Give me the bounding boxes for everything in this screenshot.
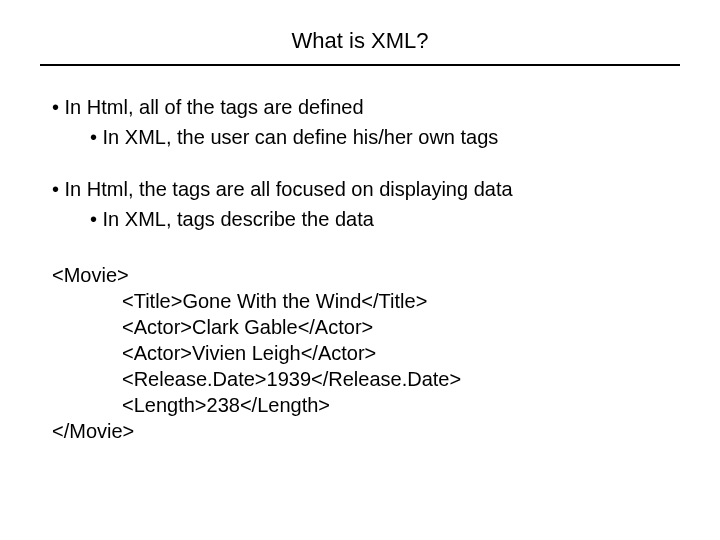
slide: What is XML? • In Html, all of the tags … <box>0 0 720 540</box>
code-line: <Title>Gone With the Wind</Title> <box>52 288 680 314</box>
bullet-level2: • In XML, tags describe the data <box>52 206 680 232</box>
code-line: <Length>238</Length> <box>52 392 680 418</box>
bullet-level2: • In XML, the user can define his/her ow… <box>52 124 680 150</box>
title-divider <box>40 64 680 66</box>
bullet-level1: • In Html, the tags are all focused on d… <box>52 176 680 202</box>
code-line: <Movie> <box>52 262 680 288</box>
spacer <box>52 150 680 176</box>
code-line: <Actor>Vivien Leigh</Actor> <box>52 340 680 366</box>
code-block: <Movie> <Title>Gone With the Wind</Title… <box>52 262 680 444</box>
code-line: </Movie> <box>52 418 680 444</box>
bullet-level1: • In Html, all of the tags are defined <box>52 94 680 120</box>
slide-title: What is XML? <box>40 28 680 64</box>
code-line: <Actor>Clark Gable</Actor> <box>52 314 680 340</box>
code-line: <Release.Date>1939</Release.Date> <box>52 366 680 392</box>
slide-content: • In Html, all of the tags are defined •… <box>40 94 680 444</box>
